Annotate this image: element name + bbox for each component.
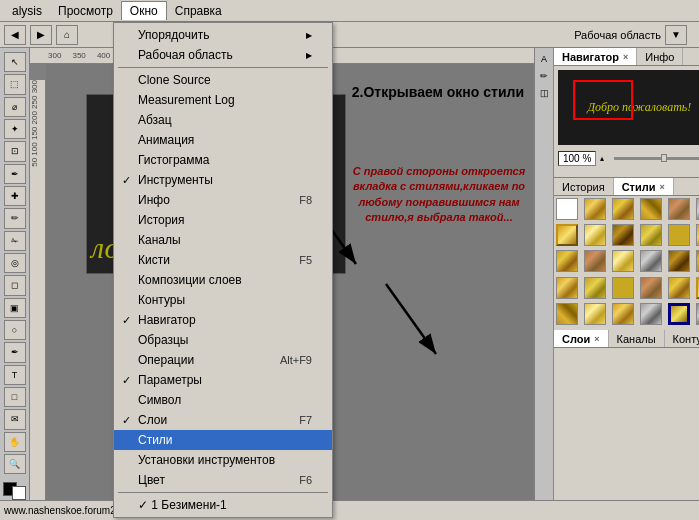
menu-item-actions[interactable]: Операции Alt+F9 <box>114 350 332 370</box>
menu-item-navigator[interactable]: Навигатор <box>114 310 332 330</box>
zoom-thumb[interactable] <box>661 154 667 162</box>
style-item[interactable] <box>612 224 634 246</box>
style-item[interactable] <box>612 198 634 220</box>
tool-heal[interactable]: ✚ <box>4 186 26 206</box>
menubar: alysis Просмотр Окно Справка <box>0 0 699 22</box>
style-item[interactable] <box>612 277 634 299</box>
menu-shortcut-color: F6 <box>299 474 312 486</box>
menu-shortcut-layers: F7 <box>299 414 312 426</box>
tool-history[interactable]: ◎ <box>4 253 26 273</box>
tab-contours[interactable]: Контуры <box>665 330 699 347</box>
menu-item-character[interactable]: Символ <box>114 390 332 410</box>
menu-item-animation[interactable]: Анимация <box>114 130 332 150</box>
tool-hand[interactable]: ✋ <box>4 432 26 452</box>
menu-item-color[interactable]: Цвет F6 <box>114 470 332 490</box>
panel-icon-brush[interactable]: ✏ <box>537 69 551 83</box>
layers-tab-close[interactable]: × <box>594 334 599 344</box>
style-item[interactable] <box>584 198 606 220</box>
menu-item-brushes[interactable]: Кисти F5 <box>114 250 332 270</box>
tool-crop[interactable]: ⊡ <box>4 141 26 161</box>
style-item[interactable] <box>556 198 578 220</box>
menu-item-paragraph[interactable]: Абзац <box>114 110 332 130</box>
menu-item-options[interactable]: Параметры <box>114 370 332 390</box>
tab-history[interactable]: История <box>554 178 614 195</box>
tab-navigator[interactable]: Навигатор × <box>554 48 637 65</box>
zoom-slider[interactable] <box>614 157 699 160</box>
tool-notes[interactable]: ✉ <box>4 409 26 429</box>
menu-item-layers[interactable]: Слои F7 <box>114 410 332 430</box>
tool-eraser[interactable]: ◻ <box>4 275 26 295</box>
tool-pen[interactable]: ✒ <box>4 342 26 362</box>
tool-text[interactable]: T <box>4 365 26 385</box>
style-item[interactable] <box>584 303 606 325</box>
menu-item-tools[interactable]: Инструменты <box>114 170 332 190</box>
tab-layers[interactable]: Слои × <box>554 330 609 347</box>
tab-styles[interactable]: Стили × <box>614 178 674 195</box>
style-item[interactable] <box>640 250 662 272</box>
menu-item-histogram[interactable]: Гистограмма <box>114 150 332 170</box>
menu-item-history[interactable]: История <box>114 210 332 230</box>
style-item[interactable] <box>668 250 690 272</box>
tool-lasso[interactable]: ⌀ <box>4 97 26 117</box>
menu-item-arrange[interactable]: Упорядочить <box>114 25 332 45</box>
style-item[interactable] <box>556 250 578 272</box>
menu-item-channels[interactable]: Каналы <box>114 230 332 250</box>
style-item[interactable] <box>668 277 690 299</box>
toolbar-back-btn[interactable]: ◀ <box>4 25 26 45</box>
style-item[interactable] <box>640 198 662 220</box>
style-item[interactable] <box>556 224 578 246</box>
workspace-label: Рабочая область <box>574 29 661 41</box>
bg-color[interactable] <box>12 486 26 500</box>
menubar-item-help[interactable]: Справка <box>167 2 230 20</box>
tool-brush[interactable]: ✏ <box>4 208 26 228</box>
style-item[interactable] <box>640 303 662 325</box>
menu-item-clone-source[interactable]: Clone Source <box>114 70 332 90</box>
style-item[interactable] <box>668 224 690 246</box>
svg-line-3 <box>386 284 436 354</box>
style-item-selected[interactable] <box>668 303 690 325</box>
tool-zoom[interactable]: 🔍 <box>4 454 26 474</box>
tool-move[interactable]: ↖ <box>4 52 26 72</box>
menubar-item-window[interactable]: Окно <box>121 1 167 20</box>
style-item[interactable] <box>556 303 578 325</box>
style-item[interactable] <box>640 277 662 299</box>
menu-item-workspace[interactable]: Рабочая область <box>114 45 332 65</box>
style-item[interactable] <box>584 250 606 272</box>
menu-item-swatches[interactable]: Образцы <box>114 330 332 350</box>
zoom-out-icon[interactable]: ▴ <box>600 154 610 164</box>
workspace-dropdown-btn[interactable]: ▼ <box>665 25 687 45</box>
panel-icon-A[interactable]: A <box>537 52 551 66</box>
menu-item-layer-comps[interactable]: Композиции слоев <box>114 270 332 290</box>
style-item[interactable] <box>612 303 634 325</box>
tool-select[interactable]: ⬚ <box>4 74 26 94</box>
menubar-item-analysis[interactable]: alysis <box>4 2 50 20</box>
style-item[interactable] <box>584 224 606 246</box>
panel-icon-3d[interactable]: ◫ <box>537 86 551 100</box>
tool-gradient[interactable]: ▣ <box>4 298 26 318</box>
styles-tab-close[interactable]: × <box>660 182 665 192</box>
tool-eyedrop[interactable]: ✒ <box>4 164 26 184</box>
style-item[interactable] <box>556 277 578 299</box>
menu-item-styles[interactable]: Стили <box>114 430 332 450</box>
tool-magic[interactable]: ✦ <box>4 119 26 139</box>
menubar-item-view[interactable]: Просмотр <box>50 2 121 20</box>
menu-item-tool-presets[interactable]: Установки инструментов <box>114 450 332 470</box>
tab-channels[interactable]: Каналы <box>609 330 665 347</box>
tool-dodge[interactable]: ○ <box>4 320 26 340</box>
status-bar: www.nashenskoe.forum24.ru <box>0 500 699 520</box>
tool-clone[interactable]: ✁ <box>4 231 26 251</box>
toolbar-forward-btn[interactable]: ▶ <box>30 25 52 45</box>
tool-shape[interactable]: □ <box>4 387 26 407</box>
style-item[interactable] <box>612 250 634 272</box>
style-item[interactable] <box>640 224 662 246</box>
menu-item-paths[interactable]: Контуры <box>114 290 332 310</box>
history-tab-bar: История Стили × <box>554 178 699 196</box>
tab-info[interactable]: Инфо <box>637 48 683 65</box>
toolbar-home-btn[interactable]: ⌂ <box>56 25 78 45</box>
menu-item-doc1[interactable]: ✓ 1 Безимени-1 <box>114 495 332 515</box>
style-item[interactable] <box>584 277 606 299</box>
style-item[interactable] <box>668 198 690 220</box>
menu-item-info[interactable]: Инфо F8 <box>114 190 332 210</box>
navigator-tab-close[interactable]: × <box>623 52 628 62</box>
menu-item-measurement-log[interactable]: Measurement Log <box>114 90 332 110</box>
